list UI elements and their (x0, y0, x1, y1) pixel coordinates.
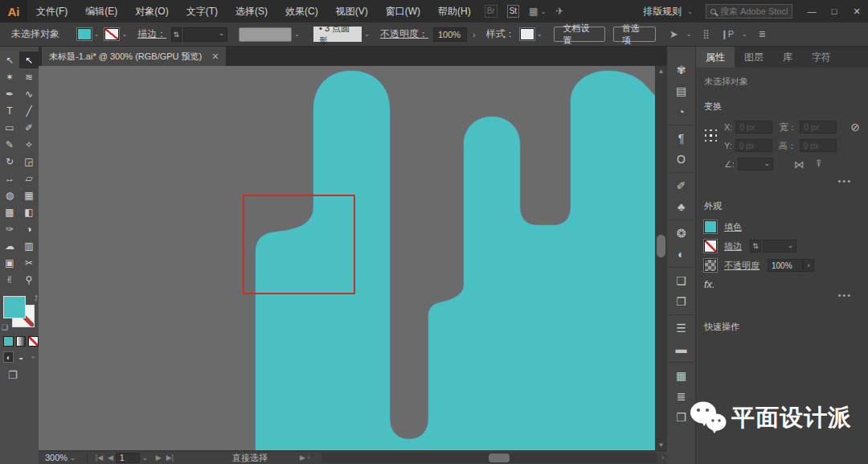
selection-tool[interactable]: ↖ (0, 51, 19, 68)
horizontal-scrollbar[interactable] (321, 453, 657, 463)
menu-window[interactable]: 窗口(W) (377, 0, 429, 23)
status-proxy-icon[interactable]: ▶ (300, 454, 305, 462)
angle-field[interactable] (738, 158, 773, 170)
style-swatch[interactable] (520, 28, 534, 40)
artboards-panel-icon[interactable]: ❐ (669, 291, 694, 312)
fill-color-swatch[interactable] (77, 28, 92, 40)
brush-definition-dropdown[interactable]: • 3 点圆形 (313, 27, 362, 42)
stroke-panel-icon[interactable]: ☰ (669, 318, 694, 339)
y-field[interactable]: 0 px (735, 139, 772, 152)
color-button[interactable] (3, 336, 14, 347)
menu-file[interactable]: 文件(F) (27, 0, 76, 23)
menu-effect[interactable]: 效果(C) (276, 0, 327, 23)
stock-icon[interactable]: St (507, 5, 519, 18)
menu-select[interactable]: 选择(S) (227, 0, 276, 23)
horizontal-scroll-thumb[interactable] (489, 454, 510, 462)
tab-properties[interactable]: 属性 (696, 47, 735, 68)
variable-width-profile[interactable] (239, 27, 292, 42)
stroke-weight-dropdown[interactable] (763, 240, 796, 253)
fill-swatch[interactable] (3, 296, 26, 318)
stroke-weight-stepper[interactable]: ⇅ (171, 27, 181, 42)
arrange-documents-icon[interactable]: ▦⌄ (529, 6, 546, 17)
draw-inside-icon[interactable]: ◓ (28, 351, 39, 363)
lasso-tool[interactable]: ≋ (19, 68, 39, 85)
first-artboard-icon[interactable]: |◀ (96, 454, 103, 462)
hand-tool[interactable]: ✌ (0, 271, 19, 288)
screen-mode-icon[interactable]: ❐ (0, 363, 39, 381)
opentype-panel-icon[interactable]: O (669, 149, 694, 170)
chevron-down-icon[interactable]: ⌄ (537, 31, 542, 38)
minimize-button[interactable]: — (800, 0, 823, 23)
appearance-more-icon[interactable]: ••• (837, 290, 852, 300)
opacity-label[interactable]: 不透明度： (380, 27, 428, 41)
chevron-down-icon[interactable]: ⌄ (364, 31, 370, 38)
color-panel-icon[interactable]: ✾ (669, 60, 694, 80)
draw-normal-icon[interactable]: ◐ (3, 351, 14, 363)
rotate-tool[interactable]: ↻ (0, 153, 19, 170)
constrain-proportions-icon[interactable]: ⊘ (850, 121, 860, 176)
stroke-weight-label[interactable]: 描边： (137, 27, 166, 41)
tab-layers[interactable]: 图层 (735, 47, 773, 68)
opacity-more-icon[interactable]: › (803, 259, 814, 272)
preferences-button[interactable]: 首选项 (613, 27, 656, 42)
vertical-scrollbar[interactable]: ▲ ▼ (655, 66, 667, 450)
stroke-weight-dropdown[interactable] (183, 27, 228, 42)
gradient-tool[interactable]: ◧ (19, 203, 39, 220)
gradient-panel-icon[interactable]: ◔ (669, 101, 694, 122)
close-tab-icon[interactable]: ✕ (211, 51, 219, 62)
last-artboard-icon[interactable]: ▶| (166, 454, 174, 462)
appearance-fill-label[interactable]: 填色 (724, 221, 742, 233)
vertical-scroll-thumb[interactable] (657, 235, 665, 257)
appearance-fill-swatch[interactable] (704, 220, 717, 233)
share-icon[interactable]: ✈ (555, 6, 563, 17)
close-button[interactable]: ✕ (845, 0, 868, 23)
zoom-level[interactable]: 300% (45, 453, 68, 462)
transform-panel-icon[interactable]: ❏ (669, 270, 694, 291)
draw-behind-icon[interactable]: ◒ (15, 351, 26, 363)
appearance-opacity-field[interactable]: 100% (768, 259, 803, 272)
opacity-chevron-icon[interactable]: › (473, 30, 476, 39)
mesh-tool[interactable]: ▩ (0, 203, 19, 220)
brushes-panel-icon[interactable]: ✐ (669, 175, 694, 196)
curvature-tool[interactable]: ∿ (19, 85, 39, 102)
chevron-down-icon[interactable]: ⌄ (94, 31, 100, 38)
line-tool[interactable]: ╱ (19, 102, 39, 119)
stock-search-input[interactable]: 搜索 Adobe Stock (706, 4, 792, 18)
artboard-tool[interactable]: ▣ (0, 254, 19, 271)
tab-character[interactable]: 字符 (802, 47, 841, 68)
x-field[interactable]: 0 px (735, 121, 772, 133)
chevron-down-icon[interactable]: ⌄ (686, 31, 692, 38)
direct-selection-tool[interactable]: ↖ (19, 51, 39, 68)
scale-tool[interactable]: ◲ (19, 153, 39, 170)
document-setup-button[interactable]: 文档设置 (554, 27, 604, 42)
opacity-field[interactable]: 100% (433, 27, 467, 42)
symbols-panel-icon[interactable]: ♣ (669, 196, 694, 217)
zoom-tool[interactable]: ⚲ (19, 271, 39, 288)
pen-tool[interactable]: ✒ (0, 85, 19, 102)
stroke-stepper[interactable]: ⇅ (750, 240, 761, 253)
swatches-panel-icon[interactable]: ▤ (669, 80, 694, 101)
next-artboard-icon[interactable]: ▶ (156, 454, 162, 462)
chevron-down-icon[interactable]: ⌄ (142, 454, 148, 462)
scroll-down-icon[interactable]: ▼ (655, 441, 667, 449)
appearance-stroke-label[interactable]: 描边 (724, 240, 742, 253)
prev-artboard-icon[interactable]: ◀ (108, 454, 113, 462)
swap-fill-stroke-icon[interactable]: ⤴ (35, 294, 39, 302)
transparency-panel-icon[interactable]: ❂ (669, 223, 694, 244)
panel-list-icon[interactable]: ≣ (759, 29, 766, 39)
chevron-down-icon[interactable]: ⌄ (121, 31, 127, 38)
tab-libraries[interactable]: 库 (773, 47, 802, 68)
gradient2-panel-icon[interactable]: ▬ (669, 339, 694, 359)
none-button[interactable] (28, 336, 39, 347)
menu-view[interactable]: 视图(V) (327, 0, 377, 23)
transform-more-icon[interactable]: ••• (837, 176, 852, 186)
touch-grid-icon[interactable]: ⣿ (702, 29, 709, 39)
magic-wand-tool[interactable]: ✶ (0, 68, 19, 85)
chevron-down-icon[interactable]: ⌄ (70, 454, 76, 462)
slice-tool[interactable]: ✂ (19, 254, 39, 271)
scroll-right-icon[interactable]: › (661, 454, 664, 462)
menu-object[interactable]: 对象(O) (126, 0, 177, 23)
shaper-tool[interactable]: ✧ (19, 136, 39, 153)
rectangle-tool[interactable]: ▭ (0, 119, 19, 136)
default-fill-stroke-icon[interactable]: ❏ (2, 323, 8, 331)
